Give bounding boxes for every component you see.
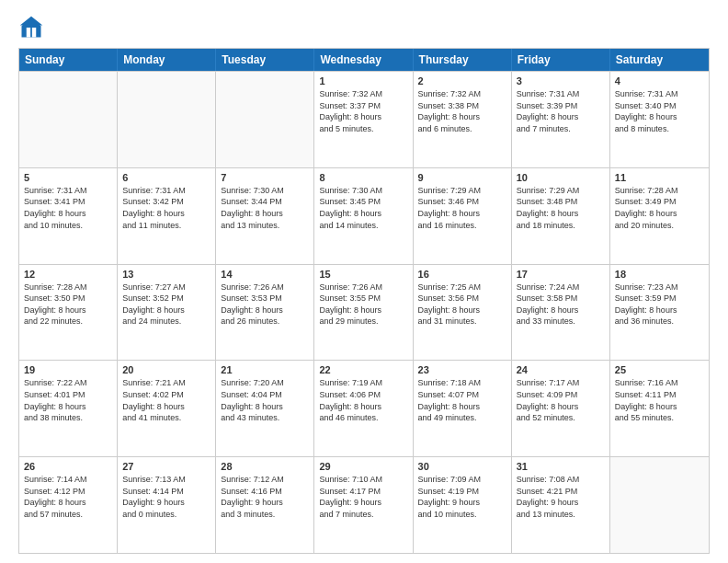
- calendar-cell: 14Sunrise: 7:26 AM Sunset: 3:53 PM Dayli…: [216, 265, 314, 361]
- day-info: Sunrise: 7:28 AM Sunset: 3:50 PM Dayligh…: [24, 282, 112, 327]
- calendar-row-3: 19Sunrise: 7:22 AM Sunset: 4:01 PM Dayli…: [19, 360, 709, 456]
- day-info: Sunrise: 7:27 AM Sunset: 3:52 PM Dayligh…: [122, 282, 210, 327]
- day-info: Sunrise: 7:26 AM Sunset: 3:55 PM Dayligh…: [319, 282, 407, 327]
- day-info: Sunrise: 7:13 AM Sunset: 4:14 PM Dayligh…: [122, 474, 210, 520]
- day-number: 30: [418, 461, 506, 472]
- day-info: Sunrise: 7:09 AM Sunset: 4:19 PM Dayligh…: [418, 474, 506, 520]
- calendar-cell: 1Sunrise: 7:32 AM Sunset: 3:37 PM Daylig…: [314, 72, 413, 167]
- calendar-cell: 28Sunrise: 7:12 AM Sunset: 4:16 PM Dayli…: [216, 457, 314, 553]
- calendar-cell: [118, 72, 216, 167]
- logo-icon: [18, 15, 44, 40]
- calendar-cell: 21Sunrise: 7:20 AM Sunset: 4:04 PM Dayli…: [216, 361, 314, 456]
- calendar-header: SundayMondayTuesdayWednesdayThursdayFrid…: [19, 49, 709, 71]
- day-info: Sunrise: 7:26 AM Sunset: 3:53 PM Dayligh…: [221, 282, 309, 327]
- day-number: 4: [615, 75, 704, 86]
- header: [18, 15, 710, 40]
- day-info: Sunrise: 7:31 AM Sunset: 3:40 PM Dayligh…: [615, 88, 704, 134]
- day-number: 16: [418, 269, 506, 280]
- calendar-cell: 3Sunrise: 7:31 AM Sunset: 3:39 PM Daylig…: [512, 72, 610, 167]
- calendar-cell: 29Sunrise: 7:10 AM Sunset: 4:17 PM Dayli…: [314, 457, 413, 553]
- day-number: 8: [319, 172, 407, 183]
- header-day-thursday: Thursday: [414, 49, 512, 71]
- header-day-friday: Friday: [512, 49, 610, 71]
- day-number: 7: [221, 172, 309, 183]
- calendar-cell: 20Sunrise: 7:21 AM Sunset: 4:02 PM Dayli…: [118, 361, 216, 456]
- day-info: Sunrise: 7:20 AM Sunset: 4:04 PM Dayligh…: [221, 377, 309, 423]
- header-day-saturday: Saturday: [610, 49, 709, 71]
- calendar-cell: [610, 457, 709, 553]
- day-info: Sunrise: 7:14 AM Sunset: 4:12 PM Dayligh…: [24, 474, 112, 520]
- day-number: 27: [122, 461, 210, 472]
- day-number: 12: [24, 269, 112, 280]
- day-info: Sunrise: 7:12 AM Sunset: 4:16 PM Dayligh…: [221, 474, 309, 520]
- day-info: Sunrise: 7:32 AM Sunset: 3:38 PM Dayligh…: [418, 88, 506, 134]
- calendar-cell: 23Sunrise: 7:18 AM Sunset: 4:07 PM Dayli…: [414, 361, 512, 456]
- calendar-cell: [19, 72, 118, 167]
- day-number: 24: [517, 364, 605, 375]
- day-info: Sunrise: 7:19 AM Sunset: 4:06 PM Dayligh…: [319, 377, 407, 423]
- day-number: 18: [615, 269, 704, 280]
- calendar-cell: 9Sunrise: 7:29 AM Sunset: 3:46 PM Daylig…: [414, 168, 512, 264]
- day-info: Sunrise: 7:16 AM Sunset: 4:11 PM Dayligh…: [615, 377, 704, 423]
- day-number: 6: [122, 172, 210, 183]
- day-number: 28: [221, 461, 309, 472]
- day-number: 5: [24, 172, 112, 183]
- calendar-cell: 19Sunrise: 7:22 AM Sunset: 4:01 PM Dayli…: [19, 361, 118, 456]
- calendar-cell: 13Sunrise: 7:27 AM Sunset: 3:52 PM Dayli…: [118, 265, 216, 361]
- day-number: 14: [221, 269, 309, 280]
- day-number: 9: [418, 172, 506, 183]
- header-day-sunday: Sunday: [19, 49, 118, 71]
- calendar-cell: 12Sunrise: 7:28 AM Sunset: 3:50 PM Dayli…: [19, 265, 118, 361]
- day-info: Sunrise: 7:17 AM Sunset: 4:09 PM Dayligh…: [517, 377, 605, 423]
- calendar-row-1: 5Sunrise: 7:31 AM Sunset: 3:41 PM Daylig…: [19, 167, 709, 264]
- day-info: Sunrise: 7:21 AM Sunset: 4:02 PM Dayligh…: [122, 377, 210, 423]
- calendar-cell: 17Sunrise: 7:24 AM Sunset: 3:58 PM Dayli…: [512, 265, 610, 361]
- calendar-cell: 4Sunrise: 7:31 AM Sunset: 3:40 PM Daylig…: [610, 72, 709, 167]
- day-info: Sunrise: 7:32 AM Sunset: 3:37 PM Dayligh…: [319, 88, 407, 134]
- day-info: Sunrise: 7:30 AM Sunset: 3:44 PM Dayligh…: [221, 185, 309, 231]
- calendar-cell: 2Sunrise: 7:32 AM Sunset: 3:38 PM Daylig…: [414, 72, 512, 167]
- day-number: 29: [319, 461, 407, 472]
- calendar-row-2: 12Sunrise: 7:28 AM Sunset: 3:50 PM Dayli…: [19, 264, 709, 361]
- day-number: 13: [122, 269, 210, 280]
- calendar-cell: 31Sunrise: 7:08 AM Sunset: 4:21 PM Dayli…: [512, 457, 610, 553]
- day-number: 22: [319, 364, 407, 375]
- calendar-cell: 22Sunrise: 7:19 AM Sunset: 4:06 PM Dayli…: [314, 361, 413, 456]
- calendar-cell: 16Sunrise: 7:25 AM Sunset: 3:56 PM Dayli…: [414, 265, 512, 361]
- header-day-monday: Monday: [118, 49, 216, 71]
- day-info: Sunrise: 7:24 AM Sunset: 3:58 PM Dayligh…: [517, 282, 605, 327]
- header-day-wednesday: Wednesday: [314, 49, 413, 71]
- calendar-cell: 27Sunrise: 7:13 AM Sunset: 4:14 PM Dayli…: [118, 457, 216, 553]
- day-number: 11: [615, 172, 704, 183]
- calendar-cell: 18Sunrise: 7:23 AM Sunset: 3:59 PM Dayli…: [610, 265, 709, 361]
- page: SundayMondayTuesdayWednesdayThursdayFrid…: [0, 0, 728, 563]
- calendar-cell: 5Sunrise: 7:31 AM Sunset: 3:41 PM Daylig…: [19, 168, 118, 264]
- calendar-cell: 15Sunrise: 7:26 AM Sunset: 3:55 PM Dayli…: [314, 265, 413, 361]
- calendar-cell: 7Sunrise: 7:30 AM Sunset: 3:44 PM Daylig…: [216, 168, 314, 264]
- calendar-cell: 8Sunrise: 7:30 AM Sunset: 3:45 PM Daylig…: [314, 168, 413, 264]
- day-info: Sunrise: 7:22 AM Sunset: 4:01 PM Dayligh…: [24, 377, 112, 423]
- day-info: Sunrise: 7:18 AM Sunset: 4:07 PM Dayligh…: [418, 377, 506, 423]
- day-number: 20: [122, 364, 210, 375]
- day-info: Sunrise: 7:08 AM Sunset: 4:21 PM Dayligh…: [517, 474, 605, 520]
- day-info: Sunrise: 7:29 AM Sunset: 3:46 PM Dayligh…: [418, 185, 506, 231]
- day-number: 23: [418, 364, 506, 375]
- day-number: 25: [615, 364, 704, 375]
- day-number: 2: [418, 75, 506, 86]
- svg-rect-3: [32, 28, 36, 38]
- svg-marker-0: [22, 18, 41, 38]
- day-info: Sunrise: 7:31 AM Sunset: 3:42 PM Dayligh…: [122, 185, 210, 231]
- day-number: 21: [221, 364, 309, 375]
- day-info: Sunrise: 7:10 AM Sunset: 4:17 PM Dayligh…: [319, 474, 407, 520]
- calendar-cell: 30Sunrise: 7:09 AM Sunset: 4:19 PM Dayli…: [414, 457, 512, 553]
- calendar-cell: 11Sunrise: 7:28 AM Sunset: 3:49 PM Dayli…: [610, 168, 709, 264]
- day-number: 31: [517, 461, 605, 472]
- day-number: 1: [319, 75, 407, 86]
- day-number: 17: [517, 269, 605, 280]
- calendar-cell: [216, 72, 314, 167]
- day-number: 19: [24, 364, 112, 375]
- calendar-cell: 24Sunrise: 7:17 AM Sunset: 4:09 PM Dayli…: [512, 361, 610, 456]
- calendar-cell: 25Sunrise: 7:16 AM Sunset: 4:11 PM Dayli…: [610, 361, 709, 456]
- day-info: Sunrise: 7:31 AM Sunset: 3:39 PM Dayligh…: [517, 88, 605, 134]
- svg-rect-2: [27, 28, 30, 38]
